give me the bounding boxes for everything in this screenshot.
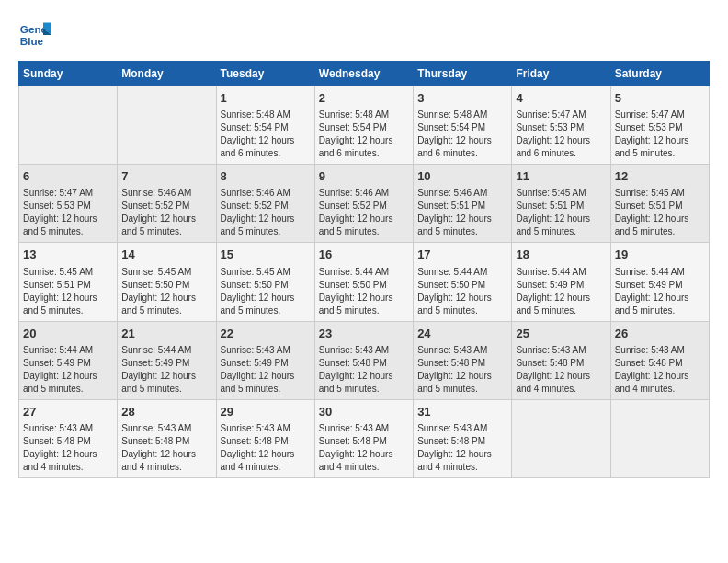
calendar-cell: 3Sunrise: 5:48 AM Sunset: 5:54 PM Daylig… xyxy=(414,86,512,165)
day-info: Sunrise: 5:46 AM Sunset: 5:52 PM Dayligh… xyxy=(221,187,311,238)
day-number: 7 xyxy=(121,168,211,185)
weekday-header: Friday xyxy=(512,62,610,86)
calendar-cell: 19Sunrise: 5:44 AM Sunset: 5:49 PM Dayli… xyxy=(610,243,709,321)
day-info: Sunrise: 5:43 AM Sunset: 5:48 PM Dayligh… xyxy=(516,344,606,396)
calendar-cell: 21Sunrise: 5:44 AM Sunset: 5:49 PM Dayli… xyxy=(118,321,216,399)
calendar-cell: 30Sunrise: 5:43 AM Sunset: 5:48 PM Dayli… xyxy=(314,399,413,477)
weekday-header: Sunday xyxy=(19,62,118,86)
logo-icon: General Blue xyxy=(18,18,51,52)
calendar-cell xyxy=(118,86,216,165)
day-number: 24 xyxy=(417,326,507,342)
calendar-week-row: 6Sunrise: 5:47 AM Sunset: 5:53 PM Daylig… xyxy=(19,165,710,243)
day-number: 8 xyxy=(221,168,311,185)
calendar-cell: 20Sunrise: 5:44 AM Sunset: 5:49 PM Dayli… xyxy=(19,321,118,399)
day-info: Sunrise: 5:45 AM Sunset: 5:51 PM Dayligh… xyxy=(23,266,113,317)
day-info: Sunrise: 5:47 AM Sunset: 5:53 PM Dayligh… xyxy=(23,187,113,238)
day-info: Sunrise: 5:43 AM Sunset: 5:48 PM Dayligh… xyxy=(319,422,409,474)
day-number: 25 xyxy=(516,326,606,342)
day-info: Sunrise: 5:43 AM Sunset: 5:48 PM Dayligh… xyxy=(221,422,311,474)
day-number: 13 xyxy=(23,247,113,263)
calendar-cell: 16Sunrise: 5:44 AM Sunset: 5:50 PM Dayli… xyxy=(314,243,413,321)
day-info: Sunrise: 5:48 AM Sunset: 5:54 PM Dayligh… xyxy=(319,109,409,160)
day-number: 22 xyxy=(221,326,311,342)
day-info: Sunrise: 5:44 AM Sunset: 5:49 PM Dayligh… xyxy=(23,344,113,396)
day-number: 29 xyxy=(221,404,311,420)
day-number: 17 xyxy=(417,247,507,263)
calendar-week-row: 13Sunrise: 5:45 AM Sunset: 5:51 PM Dayli… xyxy=(19,243,710,321)
day-info: Sunrise: 5:43 AM Sunset: 5:48 PM Dayligh… xyxy=(417,344,507,396)
weekday-header: Wednesday xyxy=(314,62,413,86)
day-info: Sunrise: 5:44 AM Sunset: 5:49 PM Dayligh… xyxy=(516,266,606,317)
calendar-cell: 5Sunrise: 5:47 AM Sunset: 5:53 PM Daylig… xyxy=(610,86,709,165)
day-number: 6 xyxy=(23,168,113,185)
day-number: 2 xyxy=(319,90,409,107)
day-info: Sunrise: 5:44 AM Sunset: 5:49 PM Dayligh… xyxy=(615,266,705,317)
day-info: Sunrise: 5:45 AM Sunset: 5:51 PM Dayligh… xyxy=(615,187,705,238)
day-info: Sunrise: 5:43 AM Sunset: 5:49 PM Dayligh… xyxy=(221,344,311,396)
day-number: 31 xyxy=(417,404,507,420)
page-header: General Blue xyxy=(18,18,710,52)
day-info: Sunrise: 5:43 AM Sunset: 5:48 PM Dayligh… xyxy=(121,422,211,474)
calendar-cell: 15Sunrise: 5:45 AM Sunset: 5:50 PM Dayli… xyxy=(216,243,314,321)
day-info: Sunrise: 5:47 AM Sunset: 5:53 PM Dayligh… xyxy=(615,109,705,160)
day-number: 5 xyxy=(615,90,705,107)
calendar-cell: 25Sunrise: 5:43 AM Sunset: 5:48 PM Dayli… xyxy=(512,321,610,399)
day-number: 28 xyxy=(121,404,211,420)
day-number: 10 xyxy=(417,168,507,185)
calendar-cell: 13Sunrise: 5:45 AM Sunset: 5:51 PM Dayli… xyxy=(19,243,118,321)
day-number: 4 xyxy=(516,90,606,107)
day-info: Sunrise: 5:44 AM Sunset: 5:49 PM Dayligh… xyxy=(121,344,211,396)
calendar-cell xyxy=(610,399,709,477)
calendar-cell: 7Sunrise: 5:46 AM Sunset: 5:52 PM Daylig… xyxy=(118,165,216,243)
day-info: Sunrise: 5:47 AM Sunset: 5:53 PM Dayligh… xyxy=(516,109,606,160)
calendar-cell xyxy=(19,86,118,165)
calendar-week-row: 1Sunrise: 5:48 AM Sunset: 5:54 PM Daylig… xyxy=(19,86,710,165)
calendar-cell: 11Sunrise: 5:45 AM Sunset: 5:51 PM Dayli… xyxy=(512,165,610,243)
day-info: Sunrise: 5:48 AM Sunset: 5:54 PM Dayligh… xyxy=(221,109,311,160)
calendar-cell: 8Sunrise: 5:46 AM Sunset: 5:52 PM Daylig… xyxy=(216,165,314,243)
weekday-header: Monday xyxy=(118,62,216,86)
day-number: 16 xyxy=(319,247,409,263)
day-info: Sunrise: 5:43 AM Sunset: 5:48 PM Dayligh… xyxy=(319,344,409,396)
day-info: Sunrise: 5:44 AM Sunset: 5:50 PM Dayligh… xyxy=(319,266,409,317)
calendar-cell xyxy=(512,399,610,477)
svg-text:Blue: Blue xyxy=(20,35,44,47)
weekday-header: Tuesday xyxy=(216,62,314,86)
day-info: Sunrise: 5:43 AM Sunset: 5:48 PM Dayligh… xyxy=(23,422,113,474)
calendar-cell: 10Sunrise: 5:46 AM Sunset: 5:51 PM Dayli… xyxy=(414,165,512,243)
calendar-cell: 14Sunrise: 5:45 AM Sunset: 5:50 PM Dayli… xyxy=(118,243,216,321)
calendar-cell: 31Sunrise: 5:43 AM Sunset: 5:48 PM Dayli… xyxy=(414,399,512,477)
day-number: 19 xyxy=(615,247,705,263)
calendar-cell: 9Sunrise: 5:46 AM Sunset: 5:52 PM Daylig… xyxy=(314,165,413,243)
day-info: Sunrise: 5:43 AM Sunset: 5:48 PM Dayligh… xyxy=(417,422,507,474)
calendar-table: SundayMondayTuesdayWednesdayThursdayFrid… xyxy=(18,61,710,478)
calendar-cell: 24Sunrise: 5:43 AM Sunset: 5:48 PM Dayli… xyxy=(414,321,512,399)
day-info: Sunrise: 5:46 AM Sunset: 5:52 PM Dayligh… xyxy=(121,187,211,238)
day-info: Sunrise: 5:44 AM Sunset: 5:50 PM Dayligh… xyxy=(417,266,507,317)
calendar-week-row: 27Sunrise: 5:43 AM Sunset: 5:48 PM Dayli… xyxy=(19,399,710,477)
day-info: Sunrise: 5:45 AM Sunset: 5:50 PM Dayligh… xyxy=(121,266,211,317)
calendar-cell: 22Sunrise: 5:43 AM Sunset: 5:49 PM Dayli… xyxy=(216,321,314,399)
day-info: Sunrise: 5:46 AM Sunset: 5:52 PM Dayligh… xyxy=(319,187,409,238)
calendar-week-row: 20Sunrise: 5:44 AM Sunset: 5:49 PM Dayli… xyxy=(19,321,710,399)
calendar-cell: 2Sunrise: 5:48 AM Sunset: 5:54 PM Daylig… xyxy=(314,86,413,165)
day-number: 11 xyxy=(516,168,606,185)
day-number: 23 xyxy=(319,326,409,342)
day-number: 9 xyxy=(319,168,409,185)
day-number: 14 xyxy=(121,247,211,263)
weekday-header: Saturday xyxy=(610,62,709,86)
day-number: 18 xyxy=(516,247,606,263)
day-number: 27 xyxy=(23,404,113,420)
day-number: 3 xyxy=(417,90,507,107)
logo: General Blue xyxy=(18,18,55,52)
day-number: 12 xyxy=(615,168,705,185)
calendar-cell: 4Sunrise: 5:47 AM Sunset: 5:53 PM Daylig… xyxy=(512,86,610,165)
day-number: 21 xyxy=(121,326,211,342)
calendar-cell: 23Sunrise: 5:43 AM Sunset: 5:48 PM Dayli… xyxy=(314,321,413,399)
day-info: Sunrise: 5:43 AM Sunset: 5:48 PM Dayligh… xyxy=(615,344,705,396)
calendar-cell: 18Sunrise: 5:44 AM Sunset: 5:49 PM Dayli… xyxy=(512,243,610,321)
calendar-cell: 27Sunrise: 5:43 AM Sunset: 5:48 PM Dayli… xyxy=(19,399,118,477)
calendar-cell: 28Sunrise: 5:43 AM Sunset: 5:48 PM Dayli… xyxy=(118,399,216,477)
day-info: Sunrise: 5:45 AM Sunset: 5:50 PM Dayligh… xyxy=(221,266,311,317)
day-number: 26 xyxy=(615,326,705,342)
